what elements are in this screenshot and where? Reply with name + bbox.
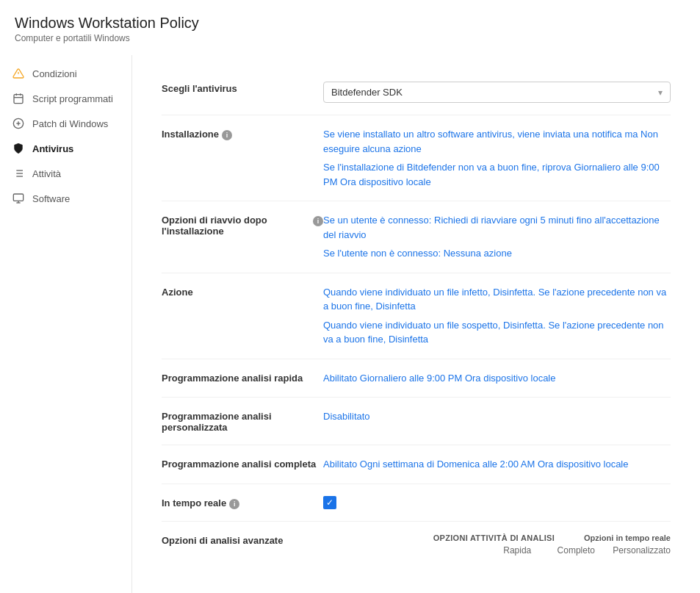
page-header: Windows Workstation Policy Computer e po… (0, 15, 700, 55)
form-label-analisi-completa: Programmazione analisi completa (162, 457, 323, 470)
patch-icon (12, 117, 25, 130)
sidebar-item-antivirus[interactable]: Antivirus (0, 136, 131, 161)
link-azione-0[interactable]: Quando viene individuato un file infetto… (323, 285, 671, 314)
sidebar-item-label-antivirus: Antivirus (32, 143, 73, 154)
analysis-top-row: OPZIONI ATTIVITÀ DI ANALISIOpzioni in te… (323, 533, 671, 542)
sidebar-item-label-attivita: Attività (32, 168, 61, 179)
form-value-riavvio: Se un utente è connesso: Richiedi di ria… (323, 213, 671, 261)
chevron-down-icon-antivirus-choice: ▾ (658, 87, 663, 98)
analysis-right-header: Opzioni in tempo reale (584, 533, 671, 542)
label-text-analisi-rapida: Programmazione analisi rapida (162, 373, 303, 384)
form-value-analisi-rapida: Abilitato Giornaliero alle 9:00 PM Ora d… (323, 371, 671, 386)
analysis-col-2: Personalizzato (613, 545, 671, 556)
sidebar-item-software[interactable]: Software (0, 186, 131, 211)
warning-icon (12, 67, 25, 80)
form-value-tempo-reale: ✓ (323, 496, 671, 509)
form-row-analisi-rapida: Programmazione analisi rapidaAbilitato G… (162, 359, 671, 398)
form-row-tempo-reale: In tempo realei✓ (162, 484, 671, 522)
form-row-azione: AzioneQuando viene individuato un file i… (162, 273, 671, 359)
info-icon-riavvio[interactable]: i (313, 216, 323, 226)
label-text-azione: Azione (162, 287, 193, 298)
link-azione-1[interactable]: Quando viene individuato un file sospett… (323, 318, 671, 347)
sidebar-item-condizioni[interactable]: Condizioni (0, 61, 131, 86)
info-icon-tempo-reale[interactable]: i (229, 499, 239, 509)
label-text-analisi-avanzate: Opzioni di analisi avanzate (162, 535, 283, 546)
label-text-tempo-reale: In tempo reale (162, 497, 226, 508)
analysis-col-0: Rapida (495, 545, 539, 556)
link-analisi-rapida[interactable]: Abilitato Giornaliero alle 9:00 PM Ora d… (323, 371, 671, 386)
form-label-analisi-avanzate: Opzioni di analisi avanzate (162, 533, 323, 546)
sidebar-item-label-script: Script programmati (32, 93, 113, 104)
analysis-main-header: OPZIONI ATTIVITÀ DI ANALISI (433, 533, 555, 542)
label-text-analisi-personalizzata: Programmazione analisi personalizzata (162, 411, 323, 433)
form-value-analisi-avanzate: OPZIONI ATTIVITÀ DI ANALISIOpzioni in te… (323, 533, 671, 556)
form-row-analisi-avanzate: Opzioni di analisi avanzateOPZIONI ATTIV… (162, 522, 671, 567)
checkbox-tempo-reale[interactable]: ✓ (323, 496, 336, 509)
sidebar-item-attivita[interactable]: Attività (0, 161, 131, 186)
label-text-antivirus-choice: Scegli l'antivirus (162, 83, 237, 94)
page-container: Windows Workstation Policy Computer e po… (0, 0, 700, 593)
form-value-analisi-personalizzata: Disabilitato (323, 409, 671, 424)
analysis-col-1: Completo (554, 545, 598, 556)
page-title: Windows Workstation Policy (15, 15, 685, 32)
form-row-riavvio: Opzioni di riavvio dopo l'installazionei… (162, 201, 671, 273)
label-text-riavvio: Opzioni di riavvio dopo l'installazione (162, 215, 310, 237)
form-label-analisi-rapida: Programmazione analisi rapida (162, 371, 323, 384)
analysis-cols-row: RapidaCompletoPersonalizzato (495, 545, 671, 556)
analysis-options-wrapper: OPZIONI ATTIVITÀ DI ANALISIOpzioni in te… (323, 533, 671, 556)
link-riavvio-0[interactable]: Se un utente è connesso: Richiedi di ria… (323, 213, 671, 242)
link-analisi-personalizzata[interactable]: Disabilitato (323, 409, 671, 424)
form-label-tempo-reale: In tempo realei (162, 496, 323, 509)
link-analisi-completa[interactable]: Abilitato Ogni settimana di Domenica all… (323, 457, 671, 472)
form-label-antivirus-choice: Scegli l'antivirus (162, 82, 323, 94)
box-icon (12, 192, 25, 205)
page-subtitle: Computer e portatili Windows (15, 33, 685, 43)
link-riavvio-1[interactable]: Se l'utente non è connesso: Nessuna azio… (323, 246, 671, 261)
sidebar-item-script[interactable]: Script programmati (0, 86, 131, 111)
list-icon (12, 167, 25, 180)
sidebar-item-label-condizioni: Condizioni (32, 68, 77, 79)
form-value-azione: Quando viene individuato un file infetto… (323, 285, 671, 347)
form-value-antivirus-choice: Bitdefender SDK▾ (323, 82, 671, 103)
main-content: Scegli l'antivirusBitdefender SDK▾Instal… (132, 55, 700, 593)
form-row-antivirus-choice: Scegli l'antivirusBitdefender SDK▾ (162, 70, 671, 115)
form-label-installazione: Installazionei (162, 127, 323, 140)
form-row-installazione: InstallazioneiSe viene installato un alt… (162, 115, 671, 201)
sidebar: CondizioniScript programmatiPatch di Win… (0, 55, 132, 593)
form-label-analisi-personalizzata: Programmazione analisi personalizzata (162, 409, 323, 433)
info-icon-installazione[interactable]: i (222, 130, 232, 140)
link-installazione-0[interactable]: Se viene installato un altro software an… (323, 127, 671, 156)
form-label-riavvio: Opzioni di riavvio dopo l'installazionei (162, 213, 323, 237)
dropdown-antivirus-choice[interactable]: Bitdefender SDK▾ (323, 82, 671, 103)
form-value-analisi-completa: Abilitato Ogni settimana di Domenica all… (323, 457, 671, 472)
calendar-icon (12, 92, 25, 105)
label-text-analisi-completa: Programmazione analisi completa (162, 459, 316, 470)
dropdown-value-antivirus-choice: Bitdefender SDK (331, 87, 403, 98)
sidebar-item-label-patch: Patch di Windows (32, 118, 108, 129)
svg-rect-15 (13, 194, 23, 201)
link-installazione-1[interactable]: Se l'installazione di Bitdefender non va… (323, 160, 671, 189)
label-text-installazione: Installazione (162, 129, 219, 140)
form-value-installazione: Se viene installato un altro software an… (323, 127, 671, 189)
svg-rect-2 (14, 95, 23, 104)
form-label-azione: Azione (162, 285, 323, 298)
sidebar-item-label-software: Software (32, 193, 70, 204)
content-wrapper: CondizioniScript programmatiPatch di Win… (0, 55, 700, 593)
shield-icon (12, 142, 25, 155)
form-row-analisi-completa: Programmazione analisi completaAbilitato… (162, 445, 671, 484)
sidebar-item-patch[interactable]: Patch di Windows (0, 111, 131, 136)
form-row-analisi-personalizzata: Programmazione analisi personalizzataDis… (162, 398, 671, 445)
